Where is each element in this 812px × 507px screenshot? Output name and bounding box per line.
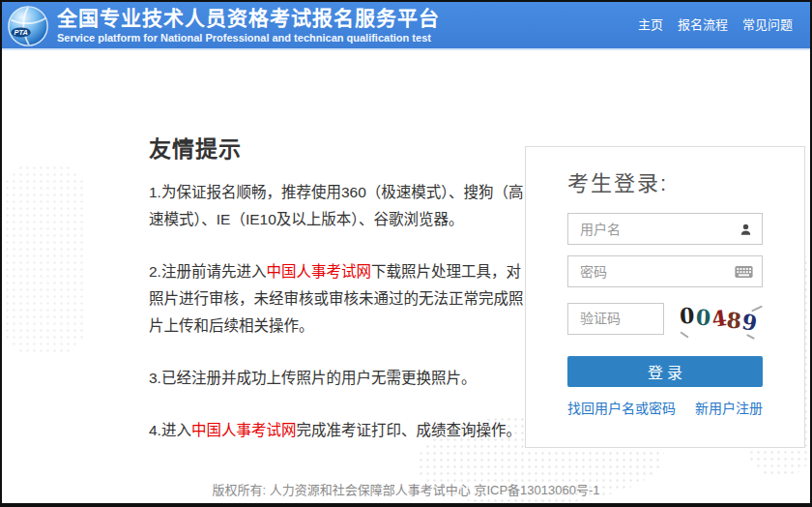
nav-faq-link[interactable]: 常见问题	[742, 15, 793, 33]
captcha-image[interactable]: 00489	[676, 298, 763, 339]
candidate-login-panel: 考生登录:	[525, 146, 805, 448]
user-icon	[739, 222, 753, 237]
tip-text: 2.注册前请先进入	[149, 263, 266, 280]
captcha-digit: 0	[695, 300, 711, 336]
site-subtitle: Service platform for National Profession…	[57, 33, 440, 44]
password-field-wrapper	[567, 255, 763, 287]
username-input[interactable]	[568, 214, 762, 244]
username-field-wrapper	[567, 213, 763, 245]
nav-process-link[interactable]: 报名流程	[678, 15, 728, 33]
password-input[interactable]	[568, 256, 762, 286]
tip-text: 3.已经注册并成功上传照片的用户无需更换照片。	[149, 370, 476, 386]
captcha-input[interactable]	[568, 304, 663, 334]
site-title: 全国专业技术人员资格考试报名服务平台	[57, 8, 440, 28]
cpta-site-link[interactable]: 中国人事考试网	[266, 263, 371, 280]
tips-heading: 友情提示	[149, 131, 526, 164]
page-frame: PTA 全国专业技术人员资格考试报名服务平台 Service platform …	[0, 0, 812, 507]
tip-item-3: 3.已经注册并成功上传照片的用户无需更换照片。	[149, 365, 526, 392]
header-titles: 全国专业技术人员资格考试报名服务平台 Service platform for …	[57, 8, 440, 44]
tip-item-1: 1.为保证报名顺畅，推荐使用360（极速模式）、搜狗（高速模式）、IE（IE10…	[149, 179, 526, 233]
worldmap-watermark	[4, 164, 85, 354]
login-button[interactable]: 登录	[567, 356, 763, 387]
captcha-digit: 0	[680, 298, 696, 334]
captcha-field-wrapper	[567, 303, 664, 335]
login-title: 考生登录:	[567, 171, 763, 196]
new-user-register-link[interactable]: 新用户注册	[695, 398, 763, 417]
tip-text: 4.进入	[149, 422, 191, 438]
nav-home-link[interactable]: 主页	[638, 15, 663, 33]
keyboard-icon	[735, 265, 753, 278]
login-links-row: 找回用户名或密码 新用户注册	[567, 398, 763, 417]
footer-copyright: 版权所有: 人力资源和社会保障部人事考试中心 京ICP备13013060号-1	[2, 480, 810, 498]
tip-item-2: 2.注册前请先进入中国人事考试网下载照片处理工具，对照片进行审核，未经审核或审核…	[149, 258, 526, 340]
captcha-row: 00489	[567, 298, 763, 339]
pta-logo-text: PTA	[14, 28, 28, 37]
tip-text: 完成准考证打印、成绩查询操作。	[296, 422, 521, 438]
pta-logo-icon: PTA	[7, 5, 49, 47]
top-nav: 主页 报名流程 常见问题	[638, 2, 793, 45]
header: PTA 全国专业技术人员资格考试报名服务平台 Service platform …	[2, 2, 810, 50]
forgot-credentials-link[interactable]: 找回用户名或密码	[567, 398, 676, 417]
tip-text: 1.为保证报名顺畅，推荐使用360（极速模式）、搜狗（高速模式）、IE（IE10…	[149, 184, 524, 227]
friendly-tips-section: 友情提示 1.为保证报名顺畅，推荐使用360（极速模式）、搜狗（高速模式）、IE…	[149, 131, 526, 469]
cpta-site-link[interactable]: 中国人事考试网	[191, 422, 297, 438]
tip-item-4: 4.进入中国人事考试网完成准考证打印、成绩查询操作。	[149, 417, 526, 444]
